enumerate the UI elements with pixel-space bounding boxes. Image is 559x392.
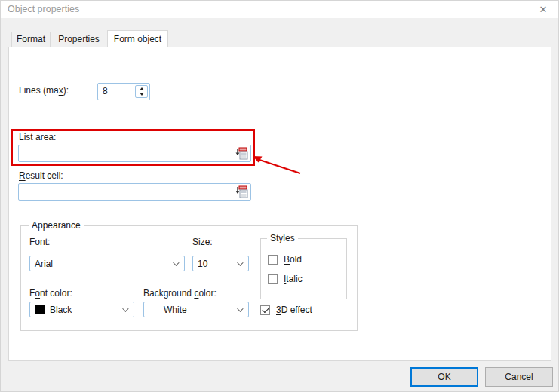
close-icon[interactable]: ✕ <box>534 2 552 17</box>
background-color-label: Background color: <box>143 288 217 299</box>
cancel-button[interactable]: Cancel <box>485 367 553 387</box>
object-properties-dialog: Object properties ✕ Format Properties Fo… <box>0 0 559 392</box>
chevron-down-icon <box>122 305 128 311</box>
bold-label: Bold <box>284 254 302 265</box>
annotation-arrow <box>250 153 311 179</box>
list-area-input[interactable] <box>18 145 251 162</box>
lines-max-spinner[interactable]: 8 <box>97 83 150 100</box>
spin-down-button[interactable] <box>136 92 147 98</box>
result-cell-label: Result cell: <box>19 170 63 181</box>
size-dropdown[interactable]: 10 <box>192 256 249 271</box>
triangle-up-icon <box>140 87 144 90</box>
font-color-dropdown[interactable]: Black <box>29 302 134 317</box>
titlebar: Object properties ✕ <box>1 1 558 18</box>
tab-format[interactable]: Format <box>11 32 51 47</box>
italic-checkbox[interactable] <box>268 274 278 284</box>
font-label: Font: <box>29 237 50 247</box>
list-area-label: List area: <box>19 132 56 142</box>
window-title: Object properties <box>8 4 79 14</box>
font-dropdown[interactable]: Arial <box>29 256 185 271</box>
size-value: 10 <box>198 259 207 269</box>
chevron-down-icon <box>173 259 179 265</box>
font-value: Arial <box>35 259 53 269</box>
background-color-dropdown[interactable]: White <box>143 302 249 317</box>
appearance-group-label: Appearance <box>29 220 84 231</box>
size-label: Size: <box>192 237 213 247</box>
font-color-value: Black <box>50 305 72 315</box>
chevron-down-icon <box>237 305 243 311</box>
ok-button[interactable]: OK <box>410 367 478 387</box>
font-color-swatch <box>35 305 45 314</box>
bold-checkbox[interactable] <box>268 255 278 265</box>
italic-label: Italic <box>284 274 303 284</box>
result-cell-input[interactable] <box>18 183 251 201</box>
3d-effect-label: 3D effect <box>276 305 312 315</box>
bold-checkbox-row[interactable]: Bold <box>268 254 302 265</box>
spinner-buttons <box>135 85 148 98</box>
form-object-tab-panel: Lines (max): 8 List area: <box>8 47 551 361</box>
spin-up-button[interactable] <box>136 86 147 92</box>
triangle-down-icon <box>140 93 144 96</box>
background-color-swatch <box>149 305 158 314</box>
3d-effect-checkbox[interactable] <box>260 305 270 315</box>
font-color-label: Font color: <box>29 288 72 299</box>
chevron-down-icon <box>237 259 243 265</box>
styles-group: Styles Bold Italic <box>260 238 347 299</box>
3d-effect-checkbox-row[interactable]: 3D effect <box>260 305 312 315</box>
tab-form-object[interactable]: Form object <box>107 30 168 47</box>
background-color-value: White <box>164 305 187 315</box>
styles-group-label: Styles <box>267 233 298 243</box>
shrink-range-icon[interactable] <box>235 185 248 198</box>
lines-max-label: Lines (max): <box>19 85 69 96</box>
shrink-range-icon[interactable] <box>235 147 248 160</box>
tab-properties[interactable]: Properties <box>50 32 108 47</box>
lines-max-value: 8 <box>103 86 108 96</box>
italic-checkbox-row[interactable]: Italic <box>268 274 303 284</box>
appearance-group: Appearance Font: Arial Size: 10 Styles B… <box>20 225 358 331</box>
